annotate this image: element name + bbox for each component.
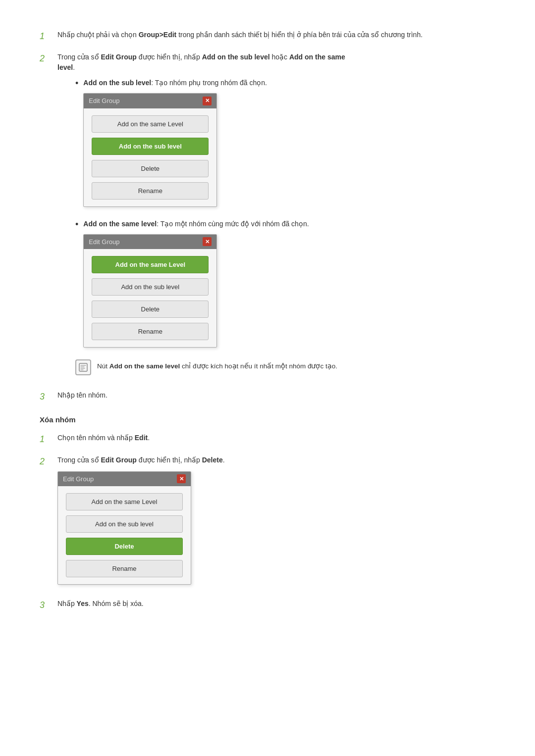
step-1-plain: Nhấp chuột phải và chọn [57,31,139,39]
step-2-or: hoặc [270,53,289,61]
step-2: 2 Trong cửa sổ Edit Group được hiển thị,… [40,52,495,381]
delete-step-1-text: Chọn tên nhóm và nhấp Edit. [57,433,495,443]
btn-delete-2[interactable]: Delete [92,301,209,318]
btn-rename-1[interactable]: Rename [92,182,209,200]
step-2-suffix: . [73,63,75,71]
delete-step-1-bold: Edit [135,434,148,442]
step-number-1: 1 [40,30,57,43]
delete-step-2-suffix: . [223,456,225,464]
dialog-body-3: Add on the same Level Add on the sub lev… [58,486,191,584]
step-1-text: Nhấp chuột phải và chọn Group>Edit trong… [57,30,495,40]
delete-step-2-bold2: Delete [202,456,223,464]
delete-step-3-plain: Nhấp [57,600,77,607]
delete-step-3: 3 Nhấp Yes. Nhóm sẽ bị xóa. [40,599,495,612]
note-box: Nút Add on the same level chỉ được kích … [75,359,495,375]
bullet-item-2: • Add on the same level: Tạo một nhóm cù… [75,219,495,353]
step-number-3: 3 [40,390,57,403]
step-2-text: Trong cửa sổ Edit Group được hiển thị, n… [57,52,495,381]
delete-step-2-bold1: Edit Group [101,456,137,464]
btn-same-level-3[interactable]: Add on the same Level [66,493,183,510]
btn-delete-1[interactable]: Delete [92,160,209,177]
dialog-title-2: Edit Group [89,237,119,247]
dialog-title-3: Edit Group [63,474,94,484]
step-2-bold1: Edit Group [101,53,137,61]
delete-step-3-text: Nhấp Yes. Nhóm sẽ bị xóa. [57,599,495,609]
section-heading-delete: Xóa nhóm [40,414,495,426]
edit-group-dialog-3: Edit Group ✕ Add on the same Level Add o… [57,471,191,585]
note-plain: Nút [97,362,109,370]
btn-sub-level-1[interactable]: Add on the sub level [92,138,209,155]
btn-sub-level-2[interactable]: Add on the sub level [92,278,209,296]
step-number-2: 2 [40,52,57,65]
delete-step-2: 2 Trong cửa sổ Edit Group được hiển thị,… [40,455,495,590]
note-suffix: chỉ được kích hoạt nếu ít nhất một nhóm … [180,362,337,370]
delete-step-1-suffix: . [148,434,150,442]
delete-step-3-suffix: . Nhóm sẽ bị xóa. [89,600,144,607]
note-text: Nút Add on the same level chỉ được kích … [97,359,337,371]
bullet-1-bold: Add on the sub level [83,79,151,87]
delete-step-number-3: 3 [40,599,57,612]
step-2-middle: được hiển thị, nhấp [137,53,202,61]
dialog-title-1: Edit Group [89,96,119,106]
btn-same-level-2[interactable]: Add on the same Level [92,256,209,273]
btn-rename-3[interactable]: Rename [66,560,183,577]
delete-step-2-middle: được hiển thị, nhấp [137,456,202,464]
step-1: 1 Nhấp chuột phải và chọn Group>Edit tro… [40,30,495,43]
dialog-close-btn-3[interactable]: ✕ [177,474,186,483]
step-1-suffix: trong phần danh sách thiết bị hiển thị ở… [176,31,423,39]
bullet-list: • Add on the sub level: Tạo nhóm phụ tro… [75,78,495,353]
bullet-1-content: Add on the sub level: Tạo nhóm phụ trong… [83,78,495,212]
step-1-bold: Group>Edit [139,31,177,39]
dialog-body-1: Add on the same Level Add on the sub lev… [84,108,216,206]
bullet-dot-2: • [75,219,78,230]
step-3-text: Nhập tên nhóm. [57,390,495,401]
bullet-item-1: • Add on the sub level: Tạo nhóm phụ tro… [75,78,495,212]
btn-rename-2[interactable]: Rename [92,323,209,340]
delete-step-number-1: 1 [40,433,57,446]
step-3: 3 Nhập tên nhóm. [40,390,495,403]
delete-step-2-plain: Trong cửa sổ [57,456,101,464]
dialog-body-2: Add on the same Level Add on the sub lev… [84,249,216,347]
delete-step-2-text: Trong cửa sổ Edit Group được hiển thị, n… [57,455,495,590]
btn-delete-3[interactable]: Delete [66,538,183,555]
delete-step-1-plain: Chọn tên nhóm và nhấp [57,434,135,442]
edit-group-dialog-1: Edit Group ✕ Add on the same Level Add o… [83,93,217,207]
bullet-2-content: Add on the same level: Tạo một nhóm cùng… [83,219,495,353]
delete-step-number-2: 2 [40,455,57,468]
dialog-titlebar-3: Edit Group ✕ [58,472,191,487]
dialog-titlebar-1: Edit Group ✕ [84,94,216,108]
dialog-titlebar-2: Edit Group ✕ [84,235,216,250]
dialog-close-btn-1[interactable]: ✕ [203,97,212,105]
step-2-bold2: Add on the sub level [202,53,270,61]
step-2-plain: Trong cửa sổ [57,53,101,61]
bullet-2-text: : Tạo một nhóm cùng mức độ với nhóm đã c… [157,220,309,228]
btn-sub-level-3[interactable]: Add on the sub level [66,515,183,533]
note-icon [75,359,91,375]
bullet-dot-1: • [75,78,78,89]
bullet-2-bold: Add on the same level [83,220,157,228]
btn-same-level-1[interactable]: Add on the same Level [92,115,209,133]
bullet-1-text: : Tạo nhóm phụ trong nhóm đã chọn. [151,79,267,87]
note-bold: Add on the same level [109,362,180,370]
dialog-close-btn-2[interactable]: ✕ [203,237,212,246]
delete-step-3-bold: Yes [77,600,89,607]
delete-step-1: 1 Chọn tên nhóm và nhấp Edit. [40,433,495,446]
edit-group-dialog-2: Edit Group ✕ Add on the same Level Add o… [83,234,217,348]
